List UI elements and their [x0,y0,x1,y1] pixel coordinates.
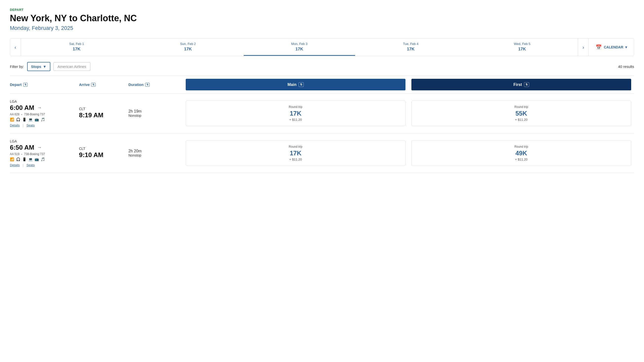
date-item-4[interactable]: Wed, Feb 5 17K [466,38,578,56]
depart-airport-0: LGA [10,100,79,104]
date-item-0[interactable]: Sat, Feb 1 17K [21,38,132,56]
main-col-label: Main [288,82,296,87]
duration-col-label: Duration [128,82,144,87]
details-link-0[interactable]: Details [10,124,20,127]
details-link-1[interactable]: Details [10,163,20,167]
filter-by-label: Filter by: [10,64,24,69]
amenity-icon-1-4: 📺 [34,157,39,161]
first-trip-label-1: Round trip [418,145,625,148]
flight-row-1: LGA 6:50 AM → AA 519 738-Boeing 737 📶🎧📱💻… [10,133,634,173]
link-separator-0: | [23,124,24,127]
main-trip-label-1: Round trip [192,145,399,148]
stops-chevron-icon: ▼ [43,64,46,69]
amenity-icon-0-1: 🎧 [16,118,20,122]
flight-row-0: LGA 6:00 AM → AA 628 738-Boeing 737 📶🎧📱💻… [10,94,634,133]
flight-duration-0: 2h 19m Nonstop [128,109,183,118]
amenity-icon-1-0: 📶 [10,157,14,161]
arrow-icon-0: → [37,105,42,110]
main-trip-label-0: Round trip [192,105,399,109]
first-sort-icon: ⇅ [524,82,529,87]
date-item-2[interactable]: Mon, Feb 3 17K [244,38,355,56]
first-points-1: 49K [418,150,625,157]
col-header-arrive[interactable]: Arrive ⇅ [79,82,128,87]
flight-info-0: AA 628 738-Boeing 737 [10,112,79,116]
date-points-1: 17K [184,47,192,52]
col-header-duration[interactable]: Duration ⇅ [128,82,183,87]
amenity-icon-1-3: 💻 [28,157,32,161]
date-label-4: Wed, Feb 5 [514,42,530,46]
date-items: Sat, Feb 1 17K Sun, Feb 2 17K Mon, Feb 3… [21,38,578,56]
date-points-2: 17K [296,47,303,52]
first-price-cell-1[interactable]: Round trip 49K + $11.20 [408,140,634,166]
link-separator-1: | [23,163,24,167]
calendar-chevron-icon: ▾ [625,45,627,49]
date-points-4: 17K [518,47,526,52]
first-price-card-1[interactable]: Round trip 49K + $11.20 [412,140,631,166]
date-label-0: Sat, Feb 1 [69,42,84,46]
flight-depart-1: LGA 6:50 AM → AA 519 738-Boeing 737 📶🎧📱💻… [10,139,79,167]
amenity-icon-0-2: 📱 [22,118,26,122]
arrive-time-1: 9:10 AM [79,151,104,159]
stops-filter-button[interactable]: Stops ▼ [27,62,50,71]
main-fees-1: + $11.20 [192,158,399,161]
depart-sort-icon: ⇅ [23,83,28,87]
route-date: Monday, February 3, 2025 [10,25,634,31]
flights-table: Depart ⇅ Arrive ⇅ Duration ⇅ Main ⇅ Firs… [10,76,634,173]
duration-time-1: 2h 20m [128,149,183,153]
flight-arrive-1: CLT 9:10 AM [79,147,128,160]
amenity-icon-0-3: 💻 [28,118,32,122]
calendar-button[interactable]: 📅 CALENDAR ▾ [588,38,634,56]
amenity-icon-1-2: 📱 [22,157,26,161]
arrive-airport-1: CLT [79,147,128,151]
duration-sort-icon: ⇅ [145,83,150,87]
first-points-0: 55K [418,110,625,117]
date-label-2: Mon, Feb 3 [291,42,308,46]
flight-links-0: Details | Seats [10,124,79,127]
date-nav: ‹ Sat, Feb 1 17K Sun, Feb 2 17K Mon, Feb… [10,38,634,56]
main-price-card-0[interactable]: Round trip 17K + $11.20 [186,100,406,126]
first-fees-0: + $11.20 [418,118,625,122]
flight-links-1: Details | Seats [10,163,79,167]
flight-rows: LGA 6:00 AM → AA 628 738-Boeing 737 📶🎧📱💻… [10,94,634,173]
prev-date-button[interactable]: ‹ [10,38,21,56]
seats-link-0[interactable]: Seats [26,124,34,127]
first-col-label: First [513,82,522,87]
first-price-cell-0[interactable]: Round trip 55K + $11.20 [408,100,634,126]
col-header-main[interactable]: Main ⇅ [183,79,408,90]
main-price-card-1[interactable]: Round trip 17K + $11.20 [186,140,406,166]
date-item-1[interactable]: Sun, Feb 2 17K [132,38,244,56]
results-count: 40 results [618,64,634,69]
col-header-depart[interactable]: Depart ⇅ [10,82,79,87]
duration-time-0: 2h 19m [128,109,183,114]
amenity-icon-0-4: 📺 [34,118,39,122]
amenity-icon-1-1: 🎧 [16,157,20,161]
main-sort-icon: ⇅ [298,82,304,87]
seats-link-1[interactable]: Seats [26,163,34,167]
arrive-sort-icon: ⇅ [91,83,96,87]
date-label-3: Tue, Feb 4 [403,42,418,46]
filters-row: Filter by: Stops ▼ American Airlines 40 … [10,62,634,71]
main-price-cell-1[interactable]: Round trip 17K + $11.20 [183,140,408,166]
duration-stops-1: Nonstop [128,153,183,157]
route-title: New York, NY to Charlotte, NC [10,13,634,24]
flight-arrive-0: CLT 8:19 AM [79,107,128,120]
first-fees-1: + $11.20 [418,158,625,161]
amenity-icon-0-5: 🎵 [41,118,45,122]
date-item-3[interactable]: Tue, Feb 4 17K [355,38,466,56]
next-date-button[interactable]: › [578,38,589,56]
amenities-1: 📶🎧📱💻📺🎵 [10,157,79,161]
depart-time-1: 6:50 AM [10,144,34,151]
duration-stops-0: Nonstop [128,114,183,118]
date-points-3: 17K [407,47,414,52]
calendar-label: CALENDAR [604,45,623,49]
amenities-0: 📶🎧📱💻📺🎵 [10,118,79,122]
first-price-card-0[interactable]: Round trip 55K + $11.20 [412,100,631,126]
flight-info-1: AA 519 738-Boeing 737 [10,152,79,156]
arrive-airport-0: CLT [79,107,128,111]
airline-filter-button[interactable]: American Airlines [53,62,90,71]
depart-label: DEPART [10,8,634,12]
flight-depart-0: LGA 6:00 AM → AA 628 738-Boeing 737 📶🎧📱💻… [10,100,79,127]
col-header-first[interactable]: First ⇅ [408,79,634,90]
main-price-cell-0[interactable]: Round trip 17K + $11.20 [183,100,408,126]
arrive-time-0: 8:19 AM [79,111,104,119]
